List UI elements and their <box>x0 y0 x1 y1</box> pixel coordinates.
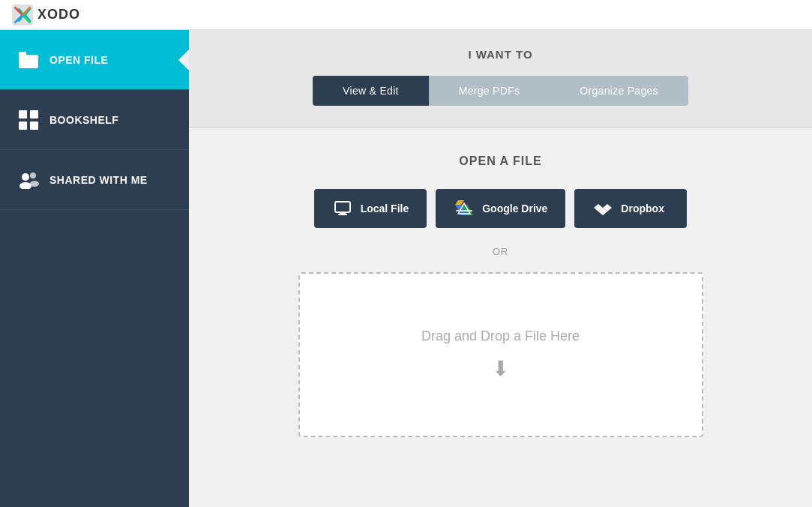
sidebar-item-label-open-file: OPEN FILE <box>49 54 108 66</box>
bookshelf-icon <box>18 110 39 130</box>
sidebar-item-open-file[interactable]: OPEN FILE <box>0 30 189 90</box>
dropbox-button[interactable]: Dropbox <box>574 189 687 228</box>
open-file-title: OPEN A FILE <box>459 154 541 168</box>
monitor-icon <box>332 198 353 219</box>
tab-organize-pages[interactable]: Organize Pages <box>550 76 688 106</box>
dropbox-icon <box>592 198 613 219</box>
sidebar-item-shared-with-me[interactable]: SHARED WITH ME <box>0 150 189 210</box>
local-file-button[interactable]: Local File <box>314 189 427 228</box>
google-drive-icon <box>454 198 475 219</box>
svg-point-16 <box>30 172 36 178</box>
svg-marker-23 <box>455 200 464 205</box>
sidebar-item-bookshelf[interactable]: BOOKSHELF <box>0 90 189 150</box>
svg-point-14 <box>22 173 29 181</box>
folder-icon <box>18 50 39 70</box>
svg-point-17 <box>30 181 39 187</box>
google-drive-button[interactable]: Google Drive <box>436 189 565 228</box>
sidebar-item-label-shared: SHARED WITH ME <box>49 174 148 186</box>
logo-text: XODO <box>37 7 80 22</box>
sidebar: OPEN FILE BOOKSHELF <box>0 30 189 507</box>
want-to-title: I WANT TO <box>468 48 532 61</box>
tab-merge-pdfs[interactable]: Merge PDFs <box>429 76 550 106</box>
or-divider: OR <box>493 246 509 257</box>
open-file-section: OPEN A FILE Local File <box>189 128 812 437</box>
svg-rect-18 <box>335 202 350 212</box>
svg-rect-9 <box>19 56 37 68</box>
sidebar-item-label-bookshelf: BOOKSHELF <box>49 114 118 126</box>
svg-rect-13 <box>30 122 38 130</box>
svg-rect-20 <box>338 214 347 215</box>
source-buttons: Local File <box>314 189 688 228</box>
download-icon: ⬇ <box>492 356 509 381</box>
dropbox-label: Dropbox <box>621 202 664 214</box>
svg-rect-11 <box>30 110 38 118</box>
shared-icon <box>18 170 39 190</box>
drop-zone-text: Drag and Drop a File Here <box>421 328 580 344</box>
top-bar: XODO <box>0 0 812 30</box>
main-layout: OPEN FILE BOOKSHELF <box>0 30 812 507</box>
want-to-section: I WANT TO View & Edit Merge PDFs Organiz… <box>189 30 812 128</box>
tab-view-edit[interactable]: View & Edit <box>313 76 429 106</box>
local-file-label: Local File <box>361 202 409 214</box>
xodo-logo-icon <box>12 4 33 26</box>
svg-rect-10 <box>19 110 27 118</box>
want-to-tabs: View & Edit Merge PDFs Organize Pages <box>313 76 688 106</box>
svg-point-15 <box>19 182 31 189</box>
svg-rect-19 <box>340 212 346 214</box>
svg-rect-12 <box>19 122 27 130</box>
content-area: I WANT TO View & Edit Merge PDFs Organiz… <box>189 30 812 507</box>
logo-area: XODO <box>12 4 80 26</box>
drop-zone[interactable]: Drag and Drop a File Here ⬇ <box>298 272 703 437</box>
google-drive-label: Google Drive <box>482 202 547 214</box>
